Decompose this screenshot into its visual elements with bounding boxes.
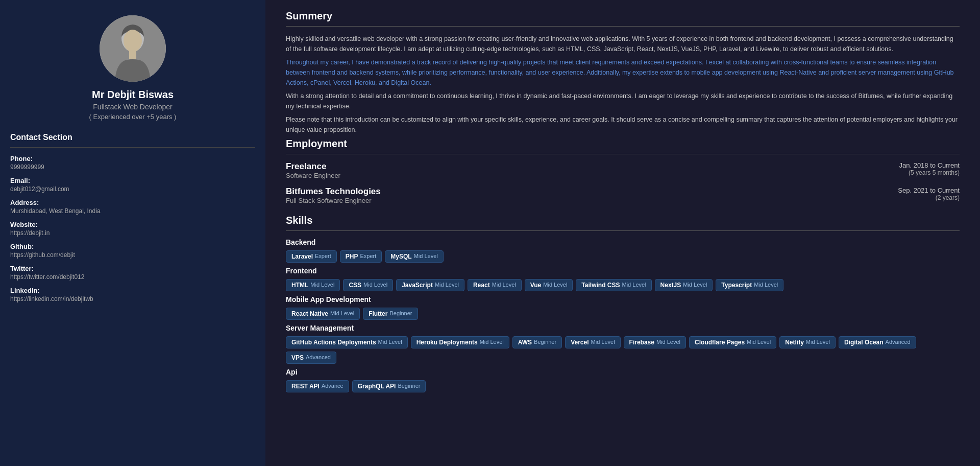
- skill-tag: GraphQL APIBeginner: [352, 380, 426, 392]
- skill-category-title: Api: [286, 368, 960, 376]
- employment-title: Employment: [286, 138, 960, 150]
- skill-name: MySQL: [390, 253, 411, 260]
- contact-value: 9999999999: [10, 164, 255, 171]
- skill-tag: MySQLMid Level: [385, 250, 443, 263]
- sidebar: Mr Debjit Biswas Fullstack Web Developer…: [0, 0, 265, 466]
- skill-tag: AWSBeginner: [512, 336, 562, 348]
- svg-rect-3: [129, 50, 136, 59]
- skill-tags: HTMLMid LevelCSSMid LevelJavaScriptMid L…: [286, 279, 960, 291]
- skill-category: Mobile App DevelopmentReact NativeMid Le…: [286, 295, 960, 320]
- job-company: Bitfumes Technologies: [286, 187, 381, 197]
- job-entry: Bitfumes Technologies Full Stack Softwar…: [286, 187, 960, 204]
- jobs-container: Freelance Software Engineer Jan. 2018 to…: [286, 161, 960, 204]
- skill-tag: Digital OceanAdvanced: [839, 336, 916, 348]
- skill-name: Firebase: [629, 339, 654, 346]
- employment-section: Employment Freelance Software Engineer J…: [286, 138, 960, 204]
- skill-name: GitHub Actions Deployments: [291, 339, 376, 346]
- skills-divider: [286, 230, 960, 231]
- skill-category-title: Backend: [286, 238, 960, 246]
- summary-title: Summery: [286, 10, 960, 22]
- skill-name: Cloudflare Pages: [695, 339, 745, 346]
- contact-item: Email: debjit012@gmail.com: [10, 177, 255, 193]
- skill-level: Advanced: [306, 354, 331, 361]
- skill-tag: Tailwind CSSMid Level: [576, 279, 651, 291]
- summary-section: Summery Highly skilled and versatile web…: [286, 10, 960, 135]
- job-left: Freelance Software Engineer: [286, 161, 340, 179]
- skill-level: Mid Level: [543, 282, 567, 289]
- contact-item: Linkedin: https://linkedin.com/in/debjit…: [10, 287, 255, 302]
- skill-name: Vue: [530, 282, 542, 289]
- skill-name: React: [473, 282, 490, 289]
- profile-name: Mr Debjit Biswas: [92, 89, 174, 101]
- job-right: Sep. 2021 to Current (2 years): [898, 187, 960, 201]
- skills-title: Skills: [286, 215, 960, 226]
- contact-label: Twitter:: [10, 265, 255, 272]
- skill-name: Digital Ocean: [844, 339, 884, 346]
- skill-level: Mid Level: [683, 282, 707, 289]
- skill-level: Mid Level: [363, 282, 387, 289]
- skill-tag: TypescriptMid Level: [716, 279, 783, 291]
- skill-level: Mid Level: [330, 310, 354, 317]
- contact-label: Github:: [10, 243, 255, 250]
- skill-tag: FlutterBeginner: [363, 308, 418, 320]
- skill-level: Mid Level: [622, 282, 646, 289]
- profile-experience: ( Experienced over +5 years ): [89, 113, 177, 121]
- skill-level: Advance: [322, 383, 344, 390]
- contact-heading: Contact Section: [10, 133, 255, 142]
- skill-level: Mid Level: [414, 253, 438, 260]
- skill-tag: Cloudflare PagesMid Level: [689, 336, 776, 348]
- skill-tag: LaravelExpert: [286, 250, 337, 263]
- skill-level: Expert: [315, 253, 331, 260]
- job-dates: Jan. 2018 to Current: [899, 161, 960, 169]
- skill-tag: REST APIAdvance: [286, 380, 349, 392]
- contact-label: Linkedin:: [10, 287, 255, 294]
- contact-value: https://linkedin.com/in/debjitwb: [10, 295, 255, 302]
- skill-level: Mid Level: [435, 282, 459, 289]
- skill-name: HTML: [291, 282, 308, 289]
- skill-tag: PHPExpert: [340, 250, 382, 263]
- skill-category-title: Server Management: [286, 324, 960, 332]
- contact-value: https://twitter.com/debjit012: [10, 273, 255, 281]
- skill-tag: VPSAdvanced: [286, 352, 336, 364]
- summary-paragraph: With a strong attention to detail and a …: [286, 91, 960, 111]
- contact-item: Twitter: https://twitter.com/debjit012: [10, 265, 255, 281]
- skill-name: Heroku Deployments: [416, 339, 478, 346]
- summary-paragraphs: Highly skilled and versatile web develop…: [286, 34, 960, 135]
- skill-level: Mid Level: [591, 339, 615, 346]
- skill-name: REST API: [291, 383, 320, 390]
- contact-value: https://github.com/debjit: [10, 251, 255, 259]
- contacts-container: Phone: 9999999999 Email: debjit012@gmail…: [10, 155, 255, 302]
- contact-item: Address: Murshidabad, West Bengal, India: [10, 199, 255, 215]
- contact-item: Phone: 9999999999: [10, 155, 255, 171]
- skill-tag: VercelMid Level: [565, 336, 620, 348]
- skill-level: Mid Level: [806, 339, 830, 346]
- skill-category-title: Frontend: [286, 267, 960, 275]
- job-company: Freelance: [286, 161, 340, 172]
- summary-divider: [286, 26, 960, 27]
- skill-tag: NetlifyMid Level: [779, 336, 836, 348]
- contact-value: https://debjit.in: [10, 229, 255, 237]
- skill-name: VPS: [291, 354, 304, 361]
- skill-name: Laravel: [291, 253, 313, 260]
- job-role: Full Stack Software Engineer: [286, 197, 381, 204]
- skill-tag: HTMLMid Level: [286, 279, 340, 291]
- skill-level: Beginner: [534, 339, 556, 346]
- skill-level: Mid Level: [310, 282, 334, 289]
- skill-name: NextJS: [660, 282, 681, 289]
- summary-paragraph: Highly skilled and versatile web develop…: [286, 34, 960, 54]
- contact-value: Murshidabad, West Bengal, India: [10, 207, 255, 215]
- skill-level: Mid Level: [747, 339, 771, 346]
- contact-label: Phone:: [10, 155, 255, 162]
- skill-category: BackendLaravelExpertPHPExpertMySQLMid Le…: [286, 238, 960, 263]
- skill-name: GraphQL API: [358, 383, 396, 390]
- skill-tag: FirebaseMid Level: [624, 336, 686, 348]
- job-dates: Sep. 2021 to Current: [898, 187, 960, 194]
- contact-section: Contact Section Phone: 9999999999 Email:…: [10, 133, 255, 309]
- summary-paragraph: Throughout my career, I have demonstrate…: [286, 57, 960, 88]
- skill-level: Advanced: [886, 339, 911, 346]
- job-entry: Freelance Software Engineer Jan. 2018 to…: [286, 161, 960, 179]
- skill-name: Netlify: [785, 339, 804, 346]
- skill-tags: REST APIAdvanceGraphQL APIBeginner: [286, 380, 960, 392]
- skill-level: Mid Level: [480, 339, 504, 346]
- contact-divider: [10, 147, 255, 148]
